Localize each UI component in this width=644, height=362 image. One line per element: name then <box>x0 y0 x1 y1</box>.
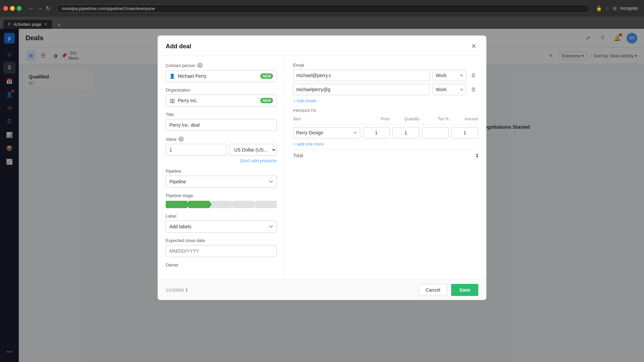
owner-label: Owner <box>166 262 277 267</box>
organization-group: Organization 🏢 Perry Inc. NEW <box>166 87 277 107</box>
modal-footer: 1/100000 ℹ Cancel Save <box>158 280 486 300</box>
total-row: Total 1 <box>293 149 478 162</box>
col-item: Item <box>293 117 360 121</box>
modal-title: Add deal <box>166 43 191 50</box>
product-qty-input[interactable] <box>392 127 419 138</box>
delete-email-1-button[interactable]: 🗑 <box>469 71 478 80</box>
modal-close-button[interactable]: ✕ <box>469 42 478 51</box>
activities-tab[interactable]: P Activities page ✕ <box>3 20 52 29</box>
product-tax-input[interactable] <box>422 127 449 138</box>
add-email-link[interactable]: + Add email <box>293 98 316 103</box>
title-label: Title <box>166 112 277 117</box>
col-qty: Quantity <box>392 117 419 121</box>
back-button[interactable]: ← <box>28 5 34 12</box>
product-price-input[interactable] <box>363 127 390 138</box>
label-group: Label Add labels <box>166 214 277 233</box>
info-icon[interactable]: ℹ <box>186 287 187 293</box>
browser-controls <box>3 6 21 11</box>
product-row: Perry Design ✕ <box>293 127 478 138</box>
pipeline-select[interactable]: Pipeline <box>166 176 277 188</box>
contact-help-icon[interactable]: ? <box>197 63 203 68</box>
value-label: Value ? <box>166 136 277 142</box>
value-group: Value ? US Dollar (US... Don't add produ… <box>166 136 277 163</box>
shield-icon: 🔒 <box>596 6 602 11</box>
char-count: 1/100000 ℹ <box>166 287 187 293</box>
owner-group: Owner <box>166 262 277 267</box>
email-type-select-2[interactable]: Work <box>433 84 466 95</box>
maximize-button[interactable] <box>10 6 15 11</box>
contact-label: Contact person ? <box>166 63 277 68</box>
email-row-2: Work 🗑 <box>293 84 478 95</box>
add-one-more-link[interactable]: + add one more <box>293 141 324 146</box>
delete-email-2-button[interactable]: 🗑 <box>469 85 478 94</box>
email-type-select-1[interactable]: Work <box>433 70 466 81</box>
stage-segment-4[interactable] <box>233 201 254 208</box>
value-input[interactable] <box>166 144 227 156</box>
org-new-badge: NEW <box>260 98 273 103</box>
modal-backdrop: Add deal ✕ Contact person ? 👤 Michael Pe… <box>0 29 644 362</box>
browser-chrome: ← → ↻ moodjoy.pipedrive.com/pipeline/1/u… <box>0 0 644 17</box>
product-amount-input[interactable] <box>451 127 478 138</box>
contact-person-group: Contact person ? 👤 Michael Perry NEW <box>166 63 277 82</box>
email-row-1: Work 🗑 <box>293 70 478 81</box>
stage-segment-1[interactable] <box>166 201 187 208</box>
pipeline-group: Pipeline Pipeline <box>166 169 277 188</box>
value-help-icon[interactable]: ? <box>178 136 184 142</box>
tab-title: Activities page <box>13 22 42 27</box>
close-date-input[interactable] <box>166 245 277 257</box>
stage-segment-2[interactable] <box>188 201 210 208</box>
title-group: Title <box>166 112 277 131</box>
modal-right-panel: Email Work 🗑 Work 🗑 <box>285 56 486 280</box>
products-section-label: PRODUCTS <box>293 109 478 113</box>
save-button[interactable]: Save <box>451 284 478 296</box>
contact-new-badge: NEW <box>260 73 273 79</box>
forward-button[interactable]: → <box>37 5 43 12</box>
cancel-button[interactable]: Cancel <box>419 284 447 296</box>
tab-close-button[interactable]: ✕ <box>44 22 47 26</box>
new-tab-button[interactable]: + <box>55 22 64 29</box>
stage-label: Pipeline stage <box>166 193 277 198</box>
extension-icon: ⊞ <box>613 6 617 11</box>
organization-name: Perry Inc. <box>178 98 260 103</box>
tab-favicon: P <box>8 22 11 27</box>
star-icon: ☆ <box>605 6 609 11</box>
email-section: Email Work 🗑 Work 🗑 <box>293 63 478 103</box>
close-window-button[interactable] <box>17 6 21 11</box>
pipeline-stage-group: Pipeline stage <box>166 193 277 208</box>
modal-body: Contact person ? 👤 Michael Perry NEW Org… <box>158 56 486 280</box>
product-name-field[interactable]: Perry Design ✕ <box>293 127 360 138</box>
total-label: Total <box>293 153 303 158</box>
add-deal-modal: Add deal ✕ Contact person ? 👤 Michael Pe… <box>158 36 486 300</box>
org-icon: 🏢 <box>169 98 175 103</box>
label-label: Label <box>166 214 277 219</box>
contact-person-field[interactable]: 👤 Michael Perry NEW <box>166 70 277 82</box>
products-grid: Item Price Quantity Tax % Amount Perry D… <box>293 117 478 162</box>
person-icon: 👤 <box>169 73 175 79</box>
email-input-2[interactable] <box>293 84 430 95</box>
total-value: 1 <box>476 153 478 158</box>
email-input-1[interactable] <box>293 70 430 81</box>
product-name-text: Perry Design <box>296 130 353 135</box>
stage-segment-3[interactable] <box>211 201 232 208</box>
modal-header: Add deal ✕ <box>158 36 486 56</box>
stage-segment-5[interactable] <box>255 201 277 208</box>
modal-left-panel: Contact person ? 👤 Michael Perry NEW Org… <box>158 56 285 280</box>
email-label: Email <box>293 63 478 68</box>
add-more-row: + add one more <box>293 141 478 146</box>
label-select[interactable]: Add labels <box>166 221 277 233</box>
reload-button[interactable]: ↻ <box>46 5 51 12</box>
currency-select[interactable]: US Dollar (US... <box>230 144 277 156</box>
product-clear-button[interactable]: ✕ <box>353 130 357 135</box>
stage-progress-bar[interactable] <box>166 201 277 208</box>
minimize-button[interactable] <box>3 6 8 11</box>
address-bar[interactable]: moodjoy.pipedrive.com/pipeline/1/user/ev… <box>57 4 590 13</box>
dont-add-products-link[interactable]: Don't add products <box>240 158 277 163</box>
incognito-label: Incognito <box>620 6 638 11</box>
value-row: US Dollar (US... <box>166 144 277 156</box>
col-amount: Amount <box>451 117 478 121</box>
tab-bar: P Activities page ✕ + <box>0 17 644 29</box>
char-count-value: 1/100000 <box>166 288 184 293</box>
contact-person-name: Michael Perry <box>178 73 260 79</box>
organization-field[interactable]: 🏢 Perry Inc. NEW <box>166 95 277 107</box>
title-input[interactable] <box>166 119 277 131</box>
